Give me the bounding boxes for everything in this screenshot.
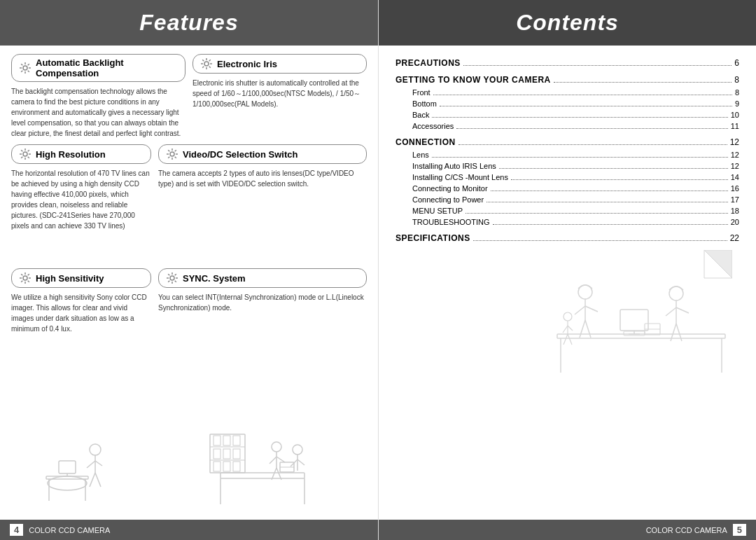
contents-header: Contents [379,0,756,46]
svg-rect-40 [59,461,76,473]
video-dc-label: Video/DC Selection Switch [183,149,298,160]
page-number-right: 5 [733,524,746,536]
toc-sub-label-monitor: Connecting to Monitor [412,184,488,193]
svg-line-65 [175,275,176,276]
svg-rect-75 [233,436,240,445]
toc-dots-sub-5 [432,157,728,158]
contents-section: Contents PRECAUTIONS 6 GETTING TO KNOW Y… [378,0,756,540]
page-number-left: 4 [10,524,23,536]
svg-line-115 [563,326,568,333]
svg-line-106 [585,320,591,338]
video-dc-text: The camera accepts 2 types of auto iris … [158,168,367,189]
page-label-right: COLOR CCD CAMERA [646,526,727,534]
svg-line-47 [90,473,95,487]
toc-page-bottom: 9 [735,99,739,108]
svg-point-113 [564,312,572,321]
svg-line-25 [28,150,29,151]
toc-sub-label-lens: Lens [412,151,429,159]
toc-dots-sub-6 [499,168,728,169]
gear-icon-4 [166,148,178,160]
svg-line-57 [168,157,169,158]
resolution-text: The horizontal resolution of 470 TV line… [11,168,151,231]
svg-line-55 [175,157,176,158]
sensitivity-text: We utilize a high sensitivity Sony color… [11,292,151,334]
svg-line-104 [585,306,598,312]
svg-line-84 [270,457,276,464]
toc-sub-label-accessories: Accessories [412,122,454,130]
toc-page-ccs-mount: 14 [731,173,739,181]
svg-line-109 [666,307,676,316]
svg-line-33 [28,281,29,282]
toc-dots-2 [554,82,732,83]
toc-dots-3 [458,144,727,145]
footer-right: COLOR CCD CAMERA 5 [379,520,756,540]
toc-dots-sub-11 [493,224,728,225]
backlight-label: Automatic Backlight Compensation [36,57,178,78]
toc-precautions: PRECAUTIONS 6 [396,58,739,68]
feature-iris: Electronic Iris Electronic iris shutter … [192,54,367,139]
illustration-store-scene [206,420,318,511]
toc-dots-sub-8 [491,191,728,191]
toc-label-precautions: PRECAUTIONS [396,58,461,68]
toc-dots-sub-10 [465,213,728,214]
svg-line-56 [175,150,176,151]
toc-page-menu-setup: 18 [731,207,739,215]
svg-line-16 [209,60,211,61]
svg-line-110 [676,307,689,313]
toc-dots-sub [433,95,732,95]
toc-sub-monitor: Connecting to Monitor 16 [396,184,739,193]
svg-point-58 [170,276,174,280]
sensitivity-title: High Sensitivity [11,268,151,288]
svg-point-9 [204,62,209,66]
svg-line-118 [568,334,572,345]
svg-point-49 [170,152,174,156]
svg-rect-79 [214,462,220,471]
toc-sub-ccs-mount: Installing C/CS -Mount Lens 14 [396,173,739,181]
svg-line-32 [21,275,22,276]
svg-line-85 [276,457,285,462]
svg-line-48 [95,473,101,487]
toc-page-back: 10 [731,111,739,119]
toc-dots-sub-9 [486,202,728,202]
toc-getting-to-know: GETTING TO KNOW YOUR CAMERA 8 Front 8 Bo… [396,75,739,130]
toc-label-connection: CONNECTION [396,137,456,147]
resolution-title: High Resolution [11,144,151,164]
toc-sub-label-back: Back [412,111,429,119]
svg-line-45 [87,461,95,468]
svg-rect-67 [220,473,304,478]
gear-icon-6 [166,272,178,284]
sensitivity-label: High Sensitivity [36,273,104,284]
toc-sub-power: Connecting to Power 17 [396,195,739,204]
toc-dots [463,65,732,66]
svg-line-66 [168,281,169,282]
features-illustration-center [158,393,367,511]
svg-line-63 [168,275,169,276]
toc-sub-label-menu-setup: MENU SETUP [412,207,463,215]
toc-sub-label-bottom: Bottom [412,99,437,108]
toc-page-auto-iris: 12 [731,162,739,170]
video-dc-title: Video/DC Selection Switch [158,144,367,164]
svg-line-105 [580,320,585,338]
toc-sub-back: Back 10 [396,111,739,119]
backlight-title: Automatic Backlight Compensation [11,54,186,82]
toc-page-power: 17 [731,195,739,204]
svg-line-64 [175,281,176,282]
sync-label: SYNC. System [183,273,246,284]
svg-point-82 [272,442,281,452]
toc-sub-bottom: Bottom 9 [396,99,739,108]
svg-point-36 [48,476,87,490]
toc-sub-troubleshooting: TROUBLESHOOTING 20 [396,218,739,226]
svg-line-54 [168,150,169,151]
toc-dots-sub-4 [456,128,727,129]
footer-left: 4 COLOR CCD CAMERA [0,520,378,540]
toc-page-accessories: 11 [731,122,739,130]
illustration-office-scene [536,250,732,390]
svg-rect-76 [214,449,220,459]
contents-body: PRECAUTIONS 6 GETTING TO KNOW YOUR CAMER… [379,46,756,520]
features-title: Features [139,10,238,35]
svg-point-0 [23,66,27,70]
sync-text: You can select INT(Internal Synchronizat… [158,292,367,313]
illustration-person-desk [32,420,130,511]
toc-sub-accessories: Accessories 11 [396,122,739,130]
toc-dots-sub-3 [432,117,727,118]
